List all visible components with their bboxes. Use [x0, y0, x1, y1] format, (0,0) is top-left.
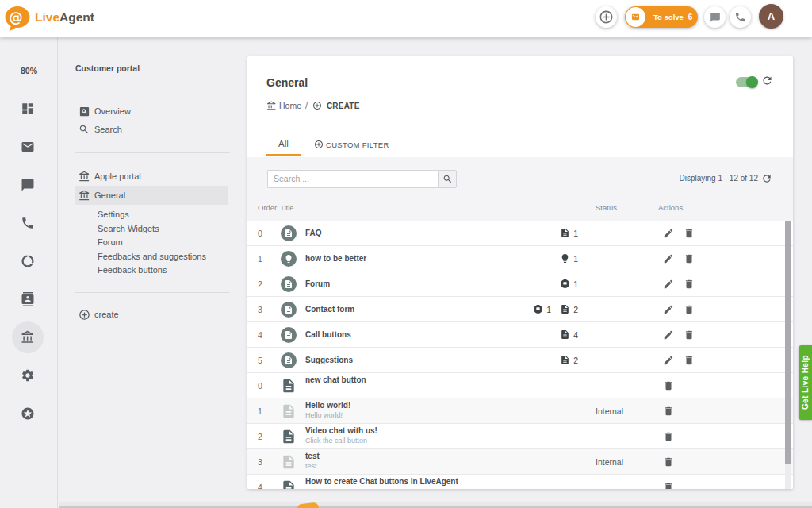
row-title: FAQ: [305, 221, 322, 246]
row-order: 3: [258, 297, 262, 322]
delete-button[interactable]: [684, 228, 695, 239]
delete-icon: [663, 482, 674, 490]
breadcrumb: Home / CREATE: [266, 100, 360, 111]
table-row[interactable]: 2Forum1: [247, 271, 793, 297]
search-input[interactable]: [267, 170, 438, 188]
delete-button[interactable]: [663, 406, 674, 417]
table-row[interactable]: 3testtestInternal: [247, 449, 793, 475]
row-badges: 2: [560, 348, 578, 373]
article-icon: [284, 305, 293, 314]
table-refresh-button[interactable]: [761, 173, 772, 184]
breadcrumb-create[interactable]: CREATE: [327, 102, 360, 110]
edit-icon: [663, 228, 674, 239]
sidebar-item-search[interactable]: Search: [75, 120, 228, 139]
delete-icon: [663, 406, 674, 417]
user-avatar[interactable]: A: [759, 4, 783, 29]
sidebar-item-create[interactable]: create: [75, 305, 228, 324]
edit-button[interactable]: [663, 304, 674, 315]
add-circle-icon: [314, 140, 324, 149]
rail-item-bank[interactable]: [13, 323, 42, 352]
row-order: 2: [258, 424, 262, 449]
file-icon: [281, 403, 297, 419]
delete-button[interactable]: [684, 304, 695, 315]
count-badge: 4: [560, 329, 578, 340]
table-row[interactable]: 1how to be better1: [247, 246, 793, 271]
edit-button[interactable]: [663, 253, 674, 264]
chat-button[interactable]: [704, 6, 726, 28]
add-new-button[interactable]: [596, 6, 617, 28]
sidebar-item-general[interactable]: General: [75, 186, 228, 205]
search-icon: [442, 174, 453, 184]
row-order: 0: [258, 221, 262, 246]
edit-button[interactable]: [663, 279, 674, 290]
delete-button[interactable]: [684, 329, 695, 341]
rail-item-dashboard[interactable]: [13, 94, 42, 123]
edit-button[interactable]: [663, 228, 674, 239]
rail-item-email[interactable]: [13, 133, 42, 161]
app-header: @ LiveAgent To solve 6 A: [0, 0, 812, 37]
table-row[interactable]: 0new chat button: [247, 373, 793, 398]
delete-button[interactable]: [684, 253, 695, 264]
icon-rail: 80%: [0, 37, 58, 508]
file-icon: [281, 479, 297, 490]
edit-button[interactable]: [663, 329, 674, 341]
forum-badge-icon: [533, 304, 543, 314]
search-button[interactable]: [438, 170, 457, 188]
stars-icon: [21, 406, 35, 421]
table-row[interactable]: 0FAQ1: [247, 221, 793, 246]
delete-icon: [684, 279, 695, 290]
delete-button[interactable]: [663, 431, 674, 442]
table-row[interactable]: 1Hello world!Hello world!Internal: [247, 398, 793, 424]
rail-item-gear[interactable]: [13, 361, 42, 390]
phone-button[interactable]: [730, 6, 751, 28]
tab-all[interactable]: All: [266, 133, 301, 156]
tab-all-label: All: [278, 139, 289, 148]
row-badges: 1: [560, 246, 578, 271]
row-actions: [663, 322, 695, 348]
delete-button[interactable]: [663, 456, 674, 468]
refresh-icon: [761, 75, 773, 87]
sidebar-customer-portal: Customer portal OverviewSearchApple port…: [59, 37, 247, 508]
edit-icon: [663, 329, 674, 341]
delete-button[interactable]: [663, 380, 674, 391]
table-row[interactable]: 5Suggestions2: [247, 348, 793, 373]
rail-item-chat[interactable]: [13, 171, 42, 199]
to-solve-button[interactable]: To solve 6: [625, 6, 698, 28]
delete-button[interactable]: [684, 279, 695, 290]
sidebar-item-label: Feedback buttons: [98, 265, 167, 275]
delete-icon: [684, 304, 695, 315]
edit-button[interactable]: [663, 355, 674, 366]
delete-icon: [684, 329, 695, 341]
table-row[interactable]: 4How to create Chat buttons in LiveAgent: [247, 475, 793, 490]
doc-badge-icon: [560, 228, 570, 238]
rail-item-phone[interactable]: [13, 209, 42, 237]
rail-item-data-usage[interactable]: [13, 247, 42, 275]
get-live-help-button[interactable]: Get Live Help: [799, 345, 812, 420]
refresh-button[interactable]: [761, 75, 773, 87]
breadcrumb-home[interactable]: Home: [279, 101, 301, 110]
sidebar-item-overview[interactable]: Overview: [75, 102, 228, 121]
count-badge: 1: [560, 253, 578, 264]
table-row[interactable]: 3Contact form12: [247, 297, 793, 322]
portal-enabled-toggle[interactable]: [736, 77, 755, 87]
rail-item-contacts[interactable]: [13, 285, 42, 314]
table-row[interactable]: 4Call buttons4: [247, 322, 793, 348]
vertical-scrollbar-thumb[interactable]: [785, 221, 791, 464]
delete-button[interactable]: [663, 482, 674, 490]
delete-button[interactable]: [684, 355, 695, 366]
sidebar-item-label: General: [94, 190, 125, 200]
sidebar-item-feedback-buttons[interactable]: Feedback buttons: [75, 260, 228, 279]
article-circle-icon: [281, 327, 297, 343]
table-row[interactable]: 2Video chat with us!Click the call butto…: [247, 424, 793, 449]
breadcrumb-separator: /: [305, 101, 308, 110]
row-actions: [663, 398, 674, 424]
tab-custom-filter-label: CUSTOM FILTER: [326, 140, 389, 149]
article-icon: [284, 330, 293, 340]
count-badge: 1: [560, 279, 578, 289]
file-icon: [281, 454, 297, 470]
sidebar-title: Customer portal: [75, 64, 140, 73]
sidebar-item-apple-portal[interactable]: Apple portal: [75, 167, 228, 186]
count-badge: 1: [560, 228, 578, 238]
rail-item-stars[interactable]: [13, 399, 42, 428]
tab-custom-filter[interactable]: CUSTOM FILTER: [314, 133, 389, 156]
